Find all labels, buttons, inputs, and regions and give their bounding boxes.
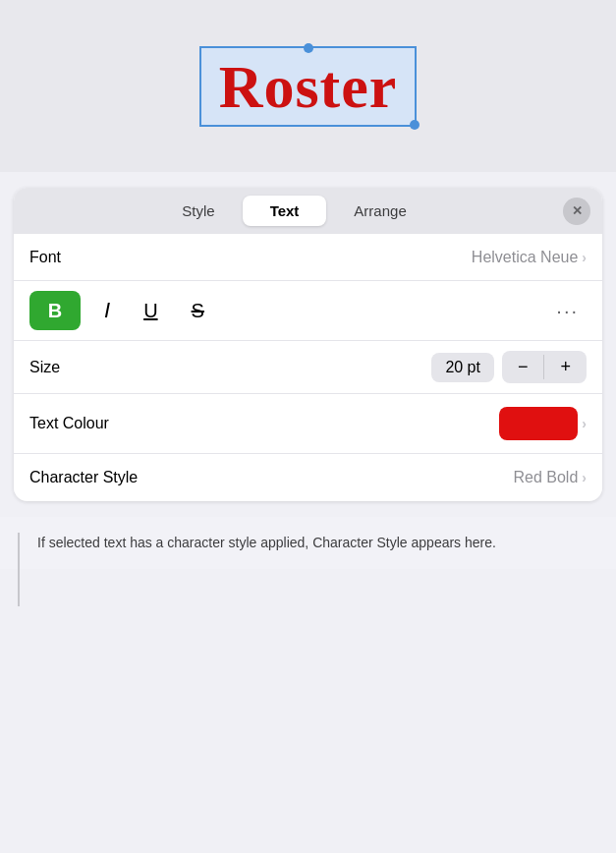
strikethrough-button[interactable]: S (182, 296, 214, 326)
character-style-label: Character Style (29, 469, 514, 486)
italic-button[interactable]: I (94, 294, 120, 327)
character-style-row[interactable]: Character Style Red Bold › (14, 454, 602, 501)
tab-group: Style Text Arrange (26, 196, 563, 226)
size-increment-button[interactable]: + (544, 351, 587, 383)
font-value: Helvetica Neue (472, 249, 579, 266)
text-box-container[interactable]: Roster (199, 46, 418, 127)
character-style-chevron-icon: › (582, 470, 587, 485)
roster-text: Roster (219, 53, 398, 120)
format-panel: Style Text Arrange ✕ Font Helvetica Neue… (14, 188, 602, 501)
text-colour-swatch[interactable] (499, 407, 578, 440)
size-controls: − + (502, 351, 587, 383)
size-row: Size 20 pt − + (14, 341, 602, 394)
handle-bottom-right[interactable] (410, 120, 420, 130)
more-options-button[interactable]: ··· (548, 296, 587, 326)
tooltip-text: If selected text has a character style a… (37, 533, 598, 553)
tab-style[interactable]: Style (154, 196, 242, 226)
format-row: B I U S ··· (14, 281, 602, 341)
size-decrement-button[interactable]: − (502, 351, 544, 383)
font-label: Font (29, 249, 472, 266)
handle-top-center[interactable] (304, 43, 313, 53)
close-button[interactable]: ✕ (563, 198, 590, 225)
size-value: 20 pt (431, 353, 494, 382)
character-style-value: Red Bold (514, 469, 579, 486)
tab-bar: Style Text Arrange ✕ (14, 188, 602, 234)
size-label: Size (29, 359, 431, 376)
text-colour-chevron-icon: › (582, 416, 587, 431)
text-box[interactable]: Roster (199, 46, 418, 127)
text-colour-label: Text Colour (29, 415, 499, 432)
underline-button[interactable]: U (134, 296, 167, 326)
panel-content: Font Helvetica Neue › B I U S ··· Size 2… (14, 234, 602, 501)
canvas-area: Roster (0, 0, 616, 172)
text-colour-row[interactable]: Text Colour › (14, 394, 602, 454)
font-chevron-icon: › (582, 250, 587, 265)
tab-arrange[interactable]: Arrange (326, 196, 433, 226)
tooltip-area: If selected text has a character style a… (0, 517, 616, 569)
bold-button[interactable]: B (29, 291, 81, 330)
font-row[interactable]: Font Helvetica Neue › (14, 234, 602, 281)
tooltip-line-icon (18, 533, 20, 606)
tab-text[interactable]: Text (243, 196, 327, 226)
